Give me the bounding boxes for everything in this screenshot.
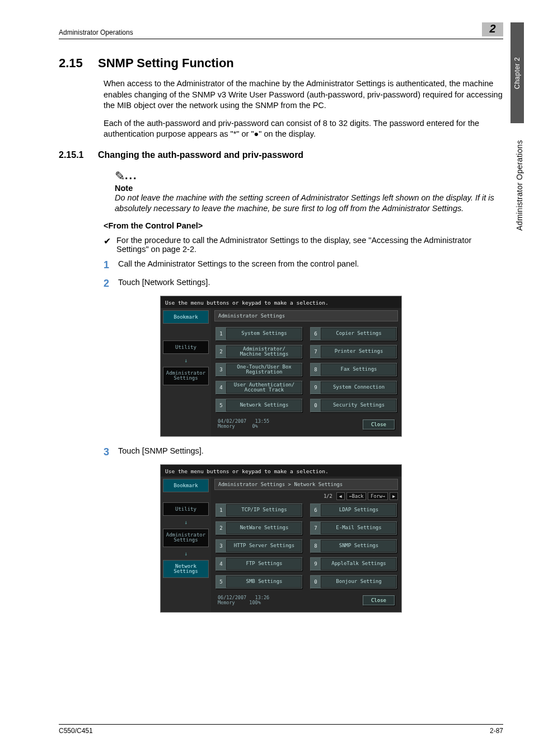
side-operations-label: Administrator Operations bbox=[515, 140, 524, 231]
device-panel-admin-settings: Use the menu buttons or keypad to make a… bbox=[161, 296, 401, 436]
section-heading: 2.15SNMP Setting Function bbox=[59, 56, 503, 71]
checkmark-icon: ✔ bbox=[104, 236, 116, 254]
opt-fax-settings[interactable]: 8Fax Settings bbox=[310, 363, 397, 376]
close-button[interactable]: Close bbox=[363, 419, 395, 430]
section-title: SNMP Setting Function bbox=[98, 56, 234, 70]
panel-footer-status: 04/02/2007 13:55 Memory 0% bbox=[218, 419, 269, 430]
page-next-button[interactable]: ▶ bbox=[390, 492, 398, 500]
header-left: Administrator Operations bbox=[59, 29, 133, 36]
panel-top-message: Use the menu buttons or keypad to make a… bbox=[161, 296, 401, 308]
step-text-2: Touch [Network Settings]. bbox=[118, 278, 210, 287]
opt-appletalk-settings[interactable]: 9AppleTalk Settings bbox=[310, 557, 397, 571]
opt-snmp-settings[interactable]: 8SNMP Settings bbox=[310, 539, 397, 553]
opt-copier-settings[interactable]: 6Copier Settings bbox=[310, 327, 397, 340]
opt-http-server-settings[interactable]: 3HTTP Server Settings bbox=[216, 539, 302, 553]
step-text-3: Touch [SNMP Settings]. bbox=[118, 446, 204, 455]
footer-model: C550/C451 bbox=[59, 727, 93, 735]
opt-system-settings[interactable]: 1System Settings bbox=[216, 327, 302, 340]
arrow-down-icon: ↓ bbox=[163, 519, 209, 525]
panel-breadcrumb: Administrator Settings > Network Setting… bbox=[218, 482, 343, 487]
arrow-down-icon: ↓ bbox=[163, 357, 209, 363]
device-panel-network-settings: Use the menu buttons or keypad to make a… bbox=[161, 465, 401, 613]
intro-paragraph-1: When access to the Administrator of the … bbox=[104, 78, 503, 111]
section-number: 2.15 bbox=[59, 56, 98, 71]
page-prev-button[interactable]: ◀ bbox=[336, 492, 345, 500]
opt-email-settings[interactable]: 7E-Mail Settings bbox=[310, 521, 397, 535]
side-tab-bookmark[interactable]: Bookmark bbox=[163, 479, 209, 492]
step-text-1: Call the Administrator Settings to the s… bbox=[118, 259, 359, 268]
panel-footer-status: 06/12/2007 13:26 Memory 100% bbox=[218, 595, 269, 606]
arrow-down-icon: ↓ bbox=[163, 550, 209, 557]
panel-top-message: Use the menu buttons or keypad to make a… bbox=[161, 465, 401, 477]
page-back-button[interactable]: ←Back bbox=[346, 492, 367, 500]
subsection-title: Changing the auth-password and priv-pass… bbox=[98, 150, 303, 160]
pencil-icon: ✎ bbox=[115, 169, 125, 184]
subsection-number: 2.15.1 bbox=[59, 150, 98, 160]
opt-onetouch-userbox[interactable]: 3One-Touch/User Box Registration bbox=[216, 363, 302, 376]
opt-netware-settings[interactable]: 2NetWare Settings bbox=[216, 521, 302, 535]
note-label: Note bbox=[115, 184, 503, 193]
step-number-3: 3 bbox=[104, 446, 118, 458]
footer-page-number: 2-87 bbox=[490, 727, 503, 735]
side-tab-admin-settings[interactable]: Administrator Settings bbox=[163, 529, 209, 547]
side-tab-admin-settings[interactable]: Administrator Settings bbox=[163, 367, 209, 385]
opt-printer-settings[interactable]: 7Printer Settings bbox=[310, 345, 397, 358]
opt-smb-settings[interactable]: 5SMB Settings bbox=[216, 575, 302, 589]
from-control-panel-heading: <From the Control Panel> bbox=[104, 221, 503, 230]
note-dots: ... bbox=[125, 169, 138, 181]
side-tab-utility[interactable]: Utility bbox=[163, 340, 209, 354]
opt-ftp-settings[interactable]: 4FTP Settings bbox=[216, 557, 302, 571]
opt-bonjour-setting[interactable]: 0Bonjour Setting bbox=[310, 575, 397, 589]
note-text: Do not leave the machine with the settin… bbox=[115, 193, 503, 214]
page-forward-button[interactable]: Forw→ bbox=[368, 492, 388, 500]
step-number-2: 2 bbox=[104, 278, 118, 290]
panel-breadcrumb: Administrator Settings bbox=[218, 313, 285, 319]
opt-user-auth-account[interactable]: 4User Authentication/ Account Track bbox=[216, 381, 302, 394]
page-indicator: 1/2 bbox=[321, 493, 334, 500]
side-chapter-label: Chapter 2 bbox=[510, 22, 524, 123]
opt-system-connection[interactable]: 9System Connection bbox=[310, 381, 397, 394]
opt-ldap-settings[interactable]: 6LDAP Settings bbox=[310, 503, 397, 517]
side-tab-utility[interactable]: Utility bbox=[163, 502, 209, 516]
header-chapter-number: 2 bbox=[482, 22, 503, 36]
step-number-1: 1 bbox=[104, 259, 118, 271]
note-icon-row: ✎... bbox=[115, 168, 503, 183]
subsection-heading: 2.15.1Changing the auth-password and pri… bbox=[59, 150, 503, 160]
side-tab-network-settings[interactable]: Network Settings bbox=[163, 560, 209, 578]
opt-tcpip-settings[interactable]: 1TCP/IP Settings bbox=[216, 503, 302, 517]
intro-paragraph-2: Each of the auth-password and priv-passw… bbox=[104, 118, 503, 140]
check-text: For the procedure to call the Administra… bbox=[116, 236, 503, 254]
close-button[interactable]: Close bbox=[363, 595, 395, 605]
opt-security-settings[interactable]: 0Security Settings bbox=[310, 399, 397, 412]
opt-network-settings[interactable]: 5Network Settings bbox=[216, 399, 302, 412]
side-tab-bookmark[interactable]: Bookmark bbox=[163, 310, 209, 324]
opt-admin-machine-settings[interactable]: 2Administrator/ Machine Settings bbox=[216, 345, 302, 358]
